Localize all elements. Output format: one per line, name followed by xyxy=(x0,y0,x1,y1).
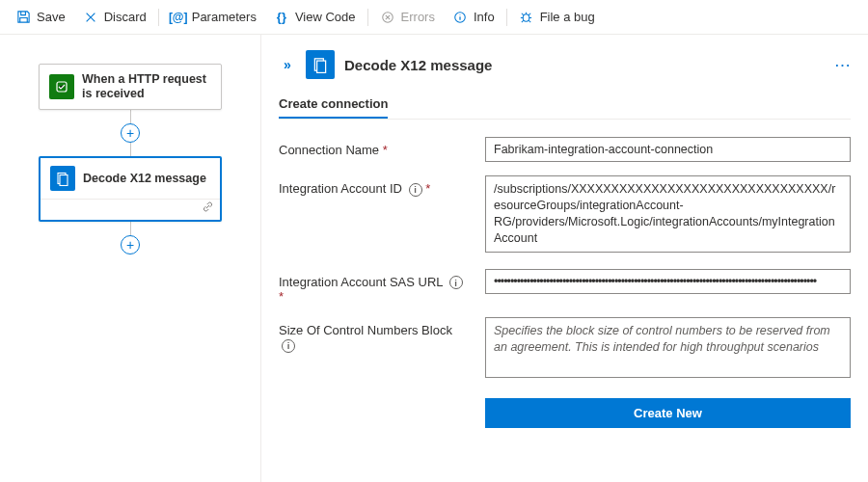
connection-icon xyxy=(202,201,214,216)
account-id-label: Integration Account ID i * xyxy=(279,175,472,197)
connection-name-input[interactable] xyxy=(485,137,851,162)
required-mark: * xyxy=(279,289,284,304)
viewcode-label: View Code xyxy=(295,10,356,24)
connection-name-label: Connection Name * xyxy=(279,137,472,157)
info-icon[interactable]: i xyxy=(449,276,463,289)
svg-rect-5 xyxy=(60,175,68,186)
info-button[interactable]: Info xyxy=(445,6,502,29)
field-sas-url: Integration Account SAS URL i* xyxy=(279,269,851,305)
bug-icon xyxy=(519,10,534,25)
block-size-label: Size Of Control Numbers Block i xyxy=(279,317,472,353)
http-trigger-icon xyxy=(49,74,74,99)
connector: + xyxy=(23,222,237,254)
details-panel: » Decode X12 message ⋯ Create connection… xyxy=(260,35,868,482)
trigger-node-header: When a HTTP request is received xyxy=(40,65,221,109)
sas-url-label: Integration Account SAS URL i* xyxy=(279,269,472,305)
field-block-size: Size Of Control Numbers Block i xyxy=(279,317,851,381)
action-node[interactable]: Decode X12 message xyxy=(39,156,222,222)
toolbar-separator xyxy=(506,9,507,26)
label-text: Size Of Control Numbers Block xyxy=(279,323,452,337)
toolbar: Save Discard [@] Parameters {} View Code… xyxy=(0,0,868,35)
sas-url-input[interactable] xyxy=(485,269,851,294)
parameters-button[interactable]: [@] Parameters xyxy=(163,6,264,29)
field-connection-name: Connection Name * xyxy=(279,137,851,162)
action-title: Decode X12 message xyxy=(83,172,206,186)
parameters-icon: [@] xyxy=(171,10,186,25)
info-icon xyxy=(452,10,468,25)
errors-icon xyxy=(380,10,395,25)
info-icon[interactable]: i xyxy=(409,183,422,197)
info-label: Info xyxy=(474,10,495,24)
panel-title: Decode X12 message xyxy=(344,57,492,73)
toolbar-separator xyxy=(367,9,368,26)
add-step-button[interactable]: + xyxy=(121,123,140,143)
tab-create-connection[interactable]: Create connection xyxy=(279,96,388,119)
more-button[interactable]: ⋯ xyxy=(834,55,851,75)
parameters-label: Parameters xyxy=(192,10,257,24)
svg-point-2 xyxy=(523,14,529,22)
discard-button[interactable]: Discard xyxy=(75,6,154,29)
required-mark: * xyxy=(425,181,430,196)
add-step-button[interactable]: + xyxy=(121,235,140,254)
toolbar-separator xyxy=(158,9,159,26)
panel-header: » Decode X12 message ⋯ xyxy=(279,50,851,79)
connector-line xyxy=(130,222,131,235)
collapse-button[interactable]: » xyxy=(279,56,296,73)
designer-canvas[interactable]: When a HTTP request is received + Decode… xyxy=(0,35,260,482)
svg-rect-7 xyxy=(317,61,326,72)
label-text: Integration Account SAS URL xyxy=(279,275,443,289)
discard-label: Discard xyxy=(104,10,147,24)
filebug-label: File a bug xyxy=(540,10,595,24)
errors-label: Errors xyxy=(401,10,435,24)
action-node-header: Decode X12 message xyxy=(41,158,220,199)
create-new-button[interactable]: Create New xyxy=(485,398,851,428)
label-text: Connection Name xyxy=(279,143,379,157)
discard-icon xyxy=(83,10,98,25)
info-icon[interactable]: i xyxy=(282,339,295,353)
viewcode-button[interactable]: {} View Code xyxy=(266,6,364,29)
trigger-title: When a HTTP request is received xyxy=(82,72,211,101)
panel-tabs: Create connection xyxy=(279,96,851,120)
field-account-id: Integration Account ID i * xyxy=(279,175,851,255)
errors-button: Errors xyxy=(372,6,443,29)
action-node-body xyxy=(41,199,220,220)
save-label: Save xyxy=(37,10,66,24)
connector: + xyxy=(23,110,237,156)
save-icon xyxy=(15,10,31,25)
required-mark: * xyxy=(383,143,388,157)
account-id-input[interactable] xyxy=(485,175,851,253)
trigger-node[interactable]: When a HTTP request is received xyxy=(39,64,222,110)
filebug-button[interactable]: File a bug xyxy=(511,6,603,29)
label-text: Integration Account ID xyxy=(279,181,402,196)
block-size-input[interactable] xyxy=(485,317,851,378)
main: When a HTTP request is received + Decode… xyxy=(0,35,868,482)
save-button[interactable]: Save xyxy=(8,6,73,29)
x12-icon xyxy=(306,50,335,79)
connector-line xyxy=(130,143,131,156)
code-icon: {} xyxy=(274,10,289,25)
x12-icon xyxy=(50,166,75,191)
connector-line xyxy=(130,110,131,123)
